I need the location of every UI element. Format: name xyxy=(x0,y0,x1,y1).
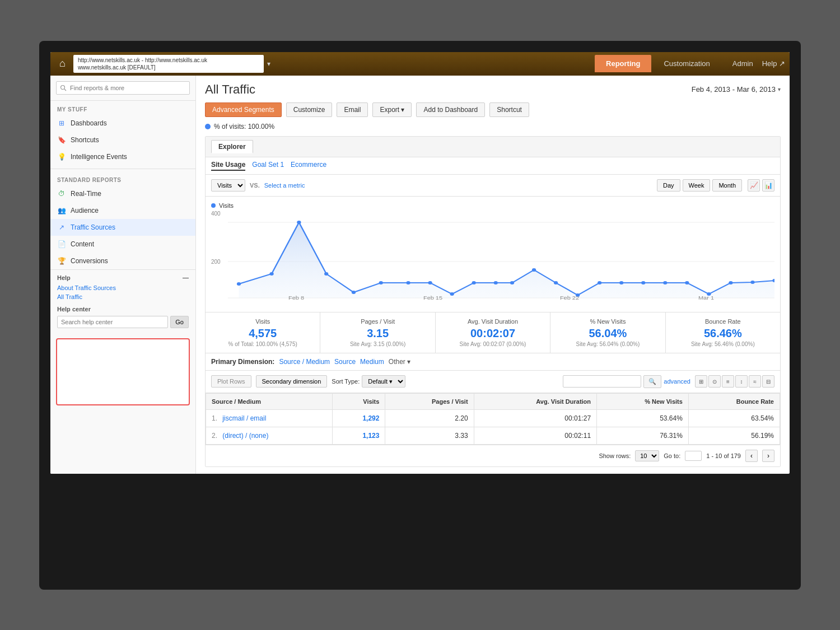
sidebar-item-shortcuts[interactable]: 🔖 Shortcuts xyxy=(50,132,195,148)
sidebar-item-intelligence-label: Intelligence Events xyxy=(71,153,127,161)
stat-pages-value[interactable]: 3.15 xyxy=(327,327,428,340)
advanced-segments-button[interactable]: Advanced Segments xyxy=(205,102,282,117)
svg-point-12 xyxy=(472,281,476,284)
y-axis-max: 400 xyxy=(211,211,221,217)
stat-pages-visit: Pages / Visit 3.15 Site Avg: 3.15 (0.00%… xyxy=(320,312,435,353)
dim-other[interactable]: Other ▾ xyxy=(389,358,410,366)
export-button[interactable]: Export ▾ xyxy=(372,102,412,117)
line-chart-icon[interactable]: 📈 xyxy=(748,179,760,192)
svg-point-4 xyxy=(269,272,273,276)
help-center-label: Help center xyxy=(57,306,189,312)
advanced-filter-link[interactable]: advanced xyxy=(664,378,690,385)
visits-pct: % of visits: 100.00% xyxy=(205,123,781,130)
dim-source-medium[interactable]: Source / Medium xyxy=(279,358,330,366)
view-icon-list[interactable]: ≡ xyxy=(722,375,734,388)
help-title: Help — xyxy=(57,274,189,281)
view-icon-compare[interactable]: ≈ xyxy=(749,375,761,388)
row-num-2: 2. xyxy=(212,432,217,440)
sidebar-item-dashboards[interactable]: ⊞ Dashboards xyxy=(50,115,195,132)
bar-chart-icon[interactable]: 📊 xyxy=(762,179,774,192)
source-link-1[interactable]: jiscmail / email xyxy=(222,414,266,422)
view-icon-sort[interactable]: ↕ xyxy=(735,375,748,388)
sidebar-item-intelligence[interactable]: 💡 Intelligence Events xyxy=(50,148,195,165)
visits-chart: Feb 8 Feb 15 Feb 22 Mar 1 xyxy=(228,211,774,301)
cell-new-visits-2: 76.31% xyxy=(597,427,689,444)
svg-point-13 xyxy=(494,281,498,284)
audience-icon: 👥 xyxy=(57,206,66,215)
email-button[interactable]: Email xyxy=(337,102,368,117)
shortcuts-icon: 🔖 xyxy=(57,136,66,144)
help-collapse-icon[interactable]: — xyxy=(183,274,189,281)
stat-new-visits-label: % New Visits xyxy=(557,318,658,325)
date-range-text: Feb 4, 2013 - Mar 6, 2013 xyxy=(692,85,776,94)
sidebar-item-traffic-sources[interactable]: ↗ Traffic Sources xyxy=(50,219,195,236)
stat-bounce-label: Bounce Rate xyxy=(673,318,773,325)
stat-visits-value[interactable]: 4,575 xyxy=(212,327,313,340)
chart-controls: Visits VS. Select a metric Day Week Mont… xyxy=(206,175,780,197)
help-search-button[interactable]: Go xyxy=(170,316,189,328)
view-icon-pivot[interactable]: ⊟ xyxy=(762,375,774,388)
help-link-traffic[interactable]: About Traffic Sources xyxy=(57,283,189,292)
sub-tab-site-usage[interactable]: Site Usage xyxy=(211,161,245,171)
date-range-picker[interactable]: Feb 4, 2013 - Mar 6, 2013 ▾ xyxy=(692,85,781,94)
stat-duration: Avg. Visit Duration 00:02:07 Site Avg: 0… xyxy=(436,312,550,353)
sort-type-select[interactable]: Default ▾ xyxy=(362,375,405,388)
view-icon-pie[interactable]: ⊙ xyxy=(708,375,721,388)
day-button[interactable]: Day xyxy=(657,179,680,192)
stat-new-visits-value[interactable]: 56.04% xyxy=(557,327,658,340)
home-button[interactable]: ⌂ xyxy=(55,55,70,72)
nav-right-area: Admin Help ↗ xyxy=(732,59,785,68)
visits-pct-text: % of visits: 100.00% xyxy=(214,123,274,130)
help-link[interactable]: Help ↗ xyxy=(762,59,785,68)
url-dropdown-arrow[interactable]: ▾ xyxy=(267,60,270,68)
sidebar-search-input[interactable] xyxy=(56,81,190,95)
month-button[interactable]: Month xyxy=(712,179,742,192)
sub-tab-goal-set[interactable]: Goal Set 1 xyxy=(252,161,284,171)
cell-pages-2: 3.33 xyxy=(385,427,474,444)
sidebar-item-realtime[interactable]: ⏱ Real-Time xyxy=(50,185,195,202)
stat-bounce-rate: Bounce Rate 56.46% Site Avg: 56.46% (0.0… xyxy=(666,312,780,353)
select-metric-link[interactable]: Select a metric xyxy=(264,182,305,189)
dim-medium[interactable]: Medium xyxy=(360,358,384,366)
dim-source[interactable]: Source xyxy=(334,358,356,366)
th-source-medium: Source / Medium xyxy=(206,393,333,409)
page-number-input[interactable]: 1 xyxy=(685,451,702,461)
th-visits[interactable]: Visits xyxy=(333,393,385,409)
table-search-input[interactable] xyxy=(563,375,641,388)
prev-page-button[interactable]: ‹ xyxy=(745,450,758,462)
svg-point-21 xyxy=(663,281,667,284)
shortcut-button[interactable]: Shortcut xyxy=(489,102,529,117)
stat-bounce-value[interactable]: 56.46% xyxy=(673,327,773,340)
secondary-dim-button[interactable]: Secondary dimension xyxy=(256,375,328,388)
go-to-label: Go to: xyxy=(664,452,680,459)
content-area: All Traffic Feb 4, 2013 - Mar 6, 2013 ▾ … xyxy=(196,76,790,474)
sidebar-item-content[interactable]: 📄 Content xyxy=(50,236,195,253)
sub-tab-ecommerce[interactable]: Ecommerce xyxy=(291,161,326,171)
admin-link[interactable]: Admin xyxy=(732,59,753,68)
chart-legend: Visits xyxy=(211,202,774,209)
week-button[interactable]: Week xyxy=(683,179,711,192)
source-link-2[interactable]: (direct) / (none) xyxy=(222,432,268,440)
plot-rows-button[interactable]: Plot Rows xyxy=(211,375,251,388)
sidebar-item-realtime-label: Real-Time xyxy=(71,190,101,198)
customize-button[interactable]: Customize xyxy=(286,102,333,117)
add-to-dashboard-button[interactable]: Add to Dashboard xyxy=(416,102,485,117)
rows-per-page-select[interactable]: 10 xyxy=(635,450,659,461)
stat-duration-value[interactable]: 00:02:07 xyxy=(442,327,543,340)
sidebar-item-dashboards-label: Dashboards xyxy=(71,119,107,127)
svg-point-24 xyxy=(729,281,732,284)
help-link-alltraffic[interactable]: All Traffic xyxy=(57,292,189,301)
tab-customization[interactable]: Customization xyxy=(652,55,721,72)
table-search-button[interactable]: 🔍 xyxy=(643,375,661,388)
explorer-tab[interactable]: Explorer xyxy=(211,140,253,153)
cell-visits-2: 1,123 xyxy=(333,427,385,444)
sidebar-help-section: Help — About Traffic Sources All Traffic… xyxy=(50,269,195,333)
next-page-button[interactable]: › xyxy=(762,450,774,462)
sidebar-item-audience[interactable]: 👥 Audience xyxy=(50,202,195,219)
th-avg-duration: Avg. Visit Duration xyxy=(474,393,596,409)
view-icon-grid[interactable]: ⊞ xyxy=(695,375,707,388)
metric-dropdown[interactable]: Visits xyxy=(211,179,245,192)
help-search-input[interactable] xyxy=(57,316,168,328)
sidebar-item-conversions[interactable]: 🏆 Conversions xyxy=(50,253,195,269)
tab-reporting[interactable]: Reporting xyxy=(595,55,651,72)
